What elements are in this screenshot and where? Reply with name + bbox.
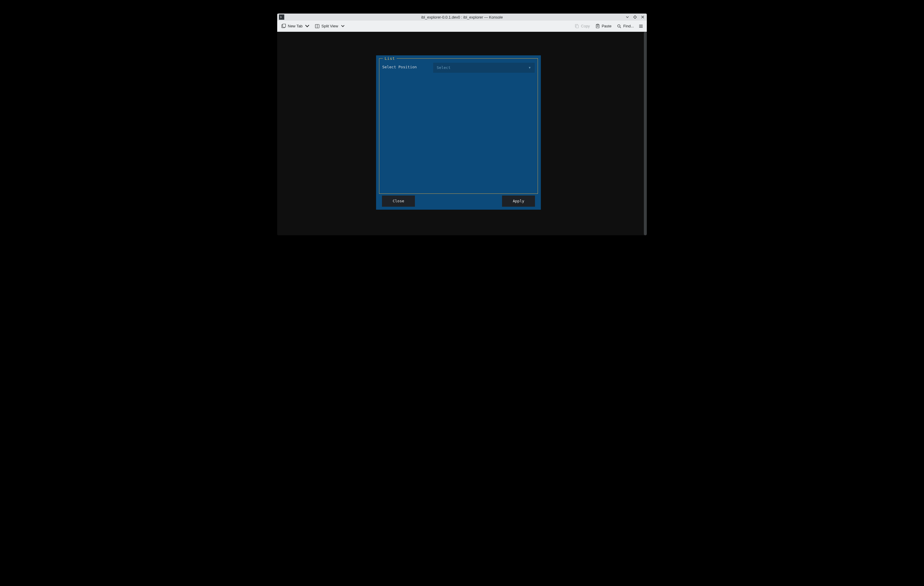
svg-rect-1 [283,24,286,27]
minimize-button[interactable] [625,15,630,20]
hamburger-icon [639,24,643,28]
apply-label: Apply [513,199,524,204]
new-tab-label: New Tab [288,24,302,28]
split-view-label: Split View [321,24,338,28]
split-view-button[interactable]: Split View [313,23,347,30]
toolbar: New Tab Split View Copy [277,21,647,32]
terminal-area: List Select Position Select ▼ Close A [277,32,647,235]
svg-rect-5 [576,25,579,28]
select-position-label: Select Position [382,63,431,70]
paste-label: Paste [602,24,612,28]
find-label: Find... [623,24,634,28]
new-tab-button[interactable]: New Tab [280,23,311,30]
svg-rect-7 [597,24,598,25]
split-view-icon [315,24,320,28]
window-title: ibl_explorer-0.0.1.dev0 : ibl_explorer —… [277,15,647,20]
titlebar: ibl_explorer-0.0.1.dev0 : ibl_explorer —… [277,13,647,21]
fieldset-legend: List [383,56,397,61]
position-select[interactable]: Select ▼ [433,63,535,73]
new-tab-icon [281,24,286,28]
terminal-app-icon [279,15,284,20]
maximize-button[interactable] [633,15,637,20]
copy-icon [574,24,579,28]
svg-point-10 [618,25,620,27]
find-button[interactable]: Find... [615,23,635,30]
select-position-row: Select Position Select ▼ [382,63,535,73]
paste-icon [595,24,600,28]
copy-label: Copy [581,24,590,28]
chevron-down-icon: ▼ [529,66,531,70]
paste-button[interactable]: Paste [594,23,613,30]
scrollbar-thumb[interactable] [644,32,647,235]
close-button[interactable] [640,15,645,20]
window-controls [625,15,645,20]
list-fieldset: List Select Position Select ▼ [379,58,538,194]
copy-button: Copy [573,23,591,30]
close-label: Close [393,199,404,204]
konsole-window: ibl_explorer-0.0.1.dev0 : ibl_explorer —… [277,13,647,235]
chevron-down-icon [340,24,345,28]
vertical-scrollbar[interactable] [644,32,647,235]
select-placeholder: Select [437,65,450,70]
dialog-footer: Close Apply [379,194,538,207]
menu-button[interactable] [637,23,644,30]
apply-button[interactable]: Apply [502,195,535,207]
svg-line-11 [620,27,621,28]
search-icon [617,24,622,28]
terminal-viewport[interactable]: List Select Position Select ▼ Close A [277,32,644,235]
tui-dialog: List Select Position Select ▼ Close A [376,55,541,210]
close-button[interactable]: Close [382,195,415,207]
chevron-down-icon [305,24,310,28]
